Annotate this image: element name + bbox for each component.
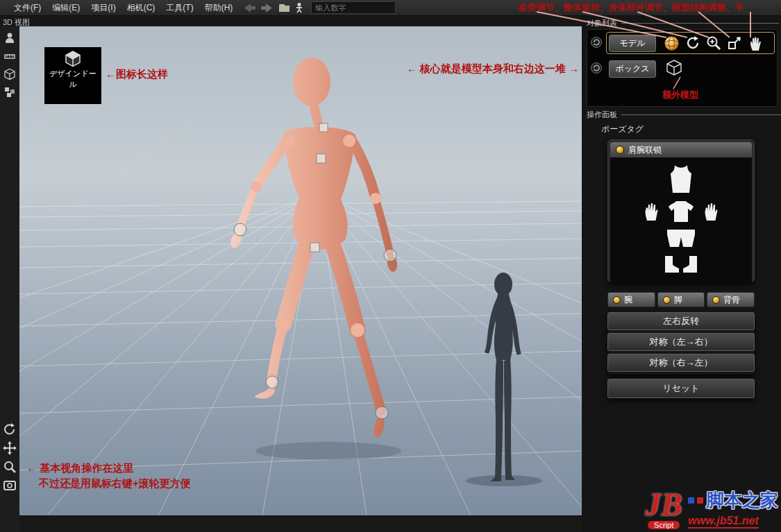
toggle-spine-label: 背骨	[723, 294, 740, 306]
reset-wrap: リセット	[607, 379, 755, 398]
app-window: 文件(F) 编辑(E) 项目(I) 相机(C) 工具(T) 帮助(H) 3D 视…	[0, 0, 781, 532]
toggle-spine[interactable]: 背骨	[707, 292, 755, 307]
right-hand-icon[interactable]	[704, 203, 718, 223]
shirt-icon[interactable]	[668, 201, 694, 225]
model-tool-icons	[663, 35, 764, 52]
mirror-r2l-button[interactable]: 对称（右→左）	[607, 354, 755, 372]
flip-lr-button[interactable]: 左右反转	[607, 312, 755, 330]
toggle-leg-label: 脚	[674, 294, 682, 306]
pose-group-panel: 肩腕联锁	[607, 139, 755, 282]
divider-line	[621, 114, 781, 115]
cube-tool-icon[interactable]	[2, 67, 17, 82]
left-toolbar	[0, 26, 19, 532]
toggle-dot-icon	[613, 296, 621, 304]
menu-tools[interactable]: 工具(T)	[160, 0, 199, 16]
menu-edit[interactable]: 编辑(E)	[47, 0, 85, 16]
object-row-model[interactable]: モデル	[609, 35, 656, 52]
logo-title-line2: ル	[69, 80, 76, 89]
camera-frame-icon[interactable]	[2, 478, 17, 493]
site-block: 脚本之家 www.jb51.net	[688, 488, 778, 531]
extra-model-pointer-line	[671, 76, 691, 89]
blocks-tool-icon[interactable]	[2, 85, 17, 100]
toggle-arm[interactable]: 腕	[607, 292, 655, 307]
pose-group-title: 肩腕联锁	[628, 144, 662, 156]
object-list-header: 对象列表	[587, 18, 779, 28]
menu-file[interactable]: 文件(F)	[8, 0, 47, 16]
menu-camera[interactable]: 相机(C)	[121, 0, 161, 16]
3d-scene	[19, 26, 582, 515]
operation-panel-label: 操作面板	[587, 110, 617, 120]
site-url[interactable]: www.jb51.net	[688, 515, 759, 529]
logo-title-line1: デザインドー	[49, 69, 96, 78]
mirror-buttons: 左右反转 对称（左→右） 对称（右→左）	[607, 312, 755, 375]
pose-group-body	[610, 157, 752, 284]
annotation-bottom-note-1: ← 基本视角操作在这里	[26, 462, 133, 475]
tanktop-icon[interactable]	[669, 165, 693, 196]
part-toggles: 腕 脚 背骨	[607, 292, 755, 307]
annotation-bottom-note-2: 不过还是用鼠标右键+滚轮更方便	[39, 477, 191, 490]
jb-logo-script: Script	[648, 521, 680, 529]
reset-button[interactable]: リセット	[607, 379, 755, 398]
pose-tool-icon[interactable]	[2, 31, 17, 46]
right-panel: 对象列表 モデル	[582, 15, 781, 532]
annotation-center-note: ← 核心就是模型本身和右边这一堆 →	[407, 62, 579, 76]
pose-orb-icon[interactable]	[663, 35, 680, 52]
zoom-view-icon[interactable]	[2, 459, 17, 474]
object-list: モデル	[587, 29, 778, 107]
structure-icon[interactable]	[725, 35, 743, 52]
annotation-logo-note: ←图标长这样	[106, 68, 168, 81]
toggle-dot-icon	[616, 146, 624, 154]
logo-cube-icon	[64, 50, 82, 68]
logo-square-blue	[688, 497, 694, 504]
extra-model-cube-icon[interactable]	[665, 59, 683, 77]
site-name: 脚本之家	[706, 488, 778, 513]
pose-group-header[interactable]: 肩腕联锁	[610, 142, 752, 157]
hand-icon[interactable]	[746, 35, 764, 52]
silhouette-shadow	[466, 475, 542, 486]
logo-square-red	[697, 497, 703, 504]
menu-help[interactable]: 帮助(H)	[199, 0, 239, 16]
box-visibility-icon[interactable]	[590, 62, 603, 74]
model-row-highlight: モデル	[606, 32, 775, 54]
mirror-l2r-button[interactable]: 对称（左→右）	[607, 333, 755, 351]
toggle-dot-icon	[712, 296, 720, 304]
jb-logo-letters: JB	[645, 492, 682, 518]
redo-arrow-icon[interactable]	[260, 3, 274, 13]
shorts-icon[interactable]	[666, 230, 696, 250]
menu-project[interactable]: 项目(I)	[85, 0, 121, 16]
folder-icon[interactable]	[278, 3, 290, 12]
figure-shadow	[255, 442, 401, 460]
rotate-icon[interactable]	[684, 35, 701, 52]
boots-icon[interactable]	[661, 255, 701, 276]
annotation-extra-model: 额外模型	[662, 89, 698, 101]
toggle-dot-icon	[663, 296, 671, 304]
left-hand-icon[interactable]	[644, 203, 658, 223]
divider-line	[621, 23, 779, 24]
pose-tag-label: ポーズタグ	[601, 123, 644, 135]
number-input[interactable]	[311, 1, 396, 14]
pan-view-icon[interactable]	[2, 440, 17, 456]
object-list-label: 对象列表	[587, 18, 617, 28]
doll-icon[interactable]	[294, 2, 304, 13]
jb-logo: JB Script	[645, 492, 682, 531]
orbit-view-icon[interactable]	[2, 422, 17, 437]
operation-panel-header: 操作面板	[587, 110, 781, 120]
site-watermark: JB Script 脚本之家 www.jb51.net	[645, 488, 778, 531]
ruler-tool-icon[interactable]	[2, 49, 17, 64]
silhouette-figure[interactable]	[485, 273, 521, 481]
model-visibility-icon[interactable]	[590, 36, 603, 49]
zoom-plus-icon[interactable]	[705, 35, 722, 52]
annotation-toolbar-note: 姿势调节、整体旋转、身体部件调节、模型结构调整、手	[519, 1, 744, 14]
object-row-box[interactable]: ボックス	[609, 60, 656, 78]
undo-arrow-icon[interactable]	[242, 3, 256, 13]
toggle-arm-label: 腕	[624, 294, 632, 306]
toggle-leg[interactable]: 脚	[657, 292, 705, 307]
app-logo: デザインドー ル	[44, 47, 101, 104]
3d-viewport[interactable]: デザインドー ル ←图标长这样 ← 核心就是模型本身和右边这一堆 → ← 基本视…	[19, 26, 582, 515]
